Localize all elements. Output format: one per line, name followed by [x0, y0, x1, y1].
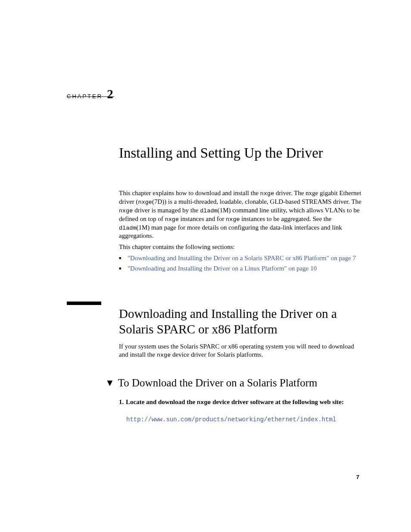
- chapter-underline: [67, 96, 114, 97]
- list-item: "Downloading and Installing the Driver o…: [119, 254, 362, 263]
- code-dladm: dladm: [200, 208, 218, 214]
- subsection-header: ▼ To Download the Driver on a Solaris Pl…: [105, 377, 318, 389]
- text: instances to be aggregated. See the: [240, 215, 332, 222]
- text: This chapter explains how to download an…: [119, 190, 260, 196]
- code-dladm: dladm: [119, 225, 137, 231]
- text: instances and for: [179, 215, 226, 222]
- code-nxge: nxge: [260, 190, 274, 197]
- step-text: Locate and download the nxge device driv…: [126, 398, 344, 405]
- page-title: Installing and Setting Up the Driver: [119, 145, 323, 161]
- section-title: Downloading and Installing the Driver on…: [119, 306, 364, 337]
- code-nxge: nxge: [165, 216, 179, 223]
- list-item: "Downloading and Installing the Driver o…: [119, 264, 362, 273]
- text: driver is managed by the: [133, 207, 200, 214]
- text: (7D)) is a multi-threaded, loadable, clo…: [152, 198, 361, 205]
- toc-link-solaris[interactable]: "Downloading and Installing the Driver o…: [128, 255, 356, 261]
- code-nxge: nxge: [226, 216, 240, 223]
- text: Locate and download the: [126, 398, 197, 405]
- page-number: 7: [356, 474, 359, 480]
- step-list: 1.Locate and download the nxge device dr…: [119, 398, 362, 407]
- subsection-title: To Download the Driver on a Solaris Plat…: [118, 377, 318, 389]
- code-nxge: nxge: [197, 399, 211, 406]
- step-item: 1.Locate and download the nxge device dr…: [119, 398, 362, 407]
- text: device driver software at the following …: [211, 398, 344, 405]
- toc-link-linux[interactable]: "Downloading and Installing the Driver o…: [128, 265, 317, 272]
- chapter-label: CHAPTER 2: [67, 87, 113, 101]
- code-nxge: nxge: [157, 352, 171, 358]
- intro-paragraph: This chapter explains how to download an…: [119, 189, 362, 240]
- url-link[interactable]: http://www.sun.com/products/networking/e…: [126, 416, 336, 423]
- section-marker: [67, 302, 101, 305]
- toc-list: "Downloading and Installing the Driver o…: [119, 254, 362, 274]
- sections-intro: This chapter contains the following sect…: [119, 243, 362, 251]
- step-number: 1.: [119, 398, 126, 406]
- chapter-number: 2: [107, 87, 113, 101]
- section-paragraph: If your system uses the Solaris SPARC or…: [119, 342, 362, 359]
- text: (1M) man page for more details on config…: [119, 224, 342, 240]
- triangle-down-icon: ▼: [105, 378, 115, 388]
- code-nxge: nxge: [119, 208, 133, 214]
- code-nxge: nxge: [138, 199, 152, 205]
- text: device driver for Solaris platforms.: [171, 351, 263, 358]
